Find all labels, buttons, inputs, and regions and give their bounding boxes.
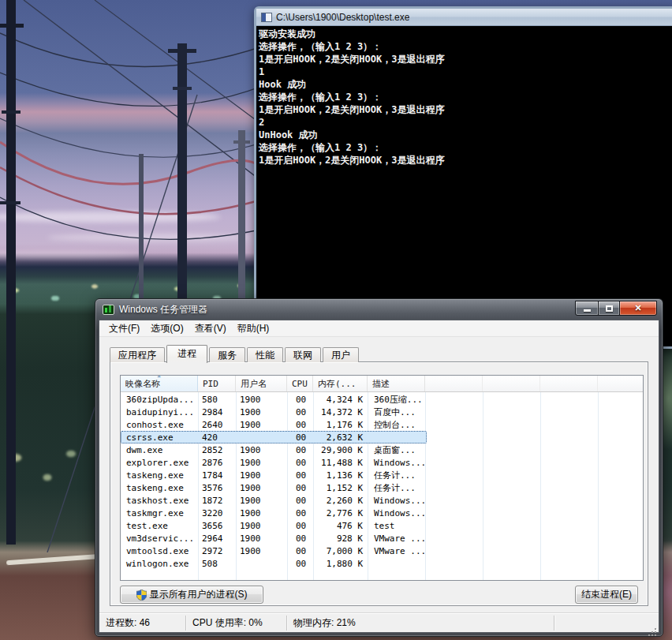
process-row-csrssexe[interactable]: csrss.exe420002,632 K [121, 431, 427, 444]
cell-pid: 2972 [199, 546, 237, 556]
console-window[interactable]: C:\Users\1900\Desktop\test.exe 驱动安装成功选择操… [254, 6, 672, 349]
maximize-button[interactable] [598, 301, 620, 316]
column-header-label: CPU [292, 379, 308, 389]
show-all-users-button[interactable]: 显示所有用户的进程(S) [120, 586, 263, 604]
tab-strip: 应用程序进程服务性能联网用户 [110, 344, 360, 362]
resize-grip-icon[interactable] [648, 621, 657, 631]
process-row-winlogonexe[interactable]: winlogon.exe508001,880 K [121, 557, 427, 570]
tab-processes[interactable]: 进程 [166, 345, 207, 363]
cell-user-name: 1900 [237, 458, 288, 468]
menu-options[interactable]: 选项(O) [145, 320, 189, 337]
console-line: UnHook 成功 [259, 129, 672, 141]
cell-user-name: 1900 [237, 445, 288, 455]
column-header-cpu[interactable]: CPU [287, 376, 313, 391]
status-bar: 进程数: 46 CPU 使用率: 0% 物理内存: 21% [99, 612, 659, 632]
console-line: 1是开启HOOK，2是关闭HOOK，3是退出程序 [259, 53, 672, 65]
cell-pid: 580 [199, 395, 237, 405]
end-process-button[interactable]: 结束进程(E) [575, 586, 638, 604]
menu-view[interactable]: 查看(V) [189, 320, 232, 337]
column-header-empty [540, 376, 598, 391]
cell-pid: 2876 [199, 458, 237, 468]
cell-cpu: 00 [288, 546, 314, 556]
process-row-taskmgrexe[interactable]: taskmgr.exe32201900002,776 KWindows... [121, 507, 427, 519]
cell-image-name: 360zipUpda... [121, 395, 199, 405]
cell-user-name: 1900 [237, 521, 288, 531]
cell-pid: 3576 [199, 483, 237, 493]
column-header-memory[interactable]: 内存(... [313, 376, 368, 391]
close-button[interactable]: ✕ [619, 301, 657, 316]
tab-services[interactable]: 服务 [209, 347, 245, 362]
cell-description: 任务计... [368, 482, 426, 494]
cell-description: test [368, 521, 426, 531]
taskmgr-body: 文件(F)选项(O)查看(V)帮助(H) 应用程序进程服务性能联网用户 映像名称… [99, 320, 659, 633]
console-line: 选择操作，（输入1 2 3）： [259, 141, 672, 154]
menu-help[interactable]: 帮助(H) [232, 320, 275, 337]
cell-cpu: 00 [288, 533, 314, 544]
cell-memory: 928 K [314, 533, 368, 544]
taskmgr-titlebar[interactable]: Windows 任务管理器 ✕ [95, 299, 663, 320]
cell-memory: 2,632 K [314, 432, 368, 443]
cell-image-name: baidupinyi... [121, 407, 199, 417]
button-row: 显示所有用户的进程(S) 结束进程(E) [120, 586, 641, 604]
process-table[interactable]: 映像名称▲PID用户名CPU内存(...描述 360zipUpda...5801… [120, 375, 644, 581]
table-header-row: 映像名称▲PID用户名CPU内存(...描述 [121, 376, 643, 392]
process-row-baidupinyi[interactable]: baidupinyi...298419000014,372 K百度中... [121, 406, 427, 418]
cell-description: VMware ... [368, 546, 426, 556]
column-header-empty [425, 376, 483, 391]
process-row-vm3dservic[interactable]: vm3dservic...2964190000928 KVMware ... [121, 532, 427, 545]
taskmgr-window[interactable]: Windows 任务管理器 ✕ 文件(F)选项(O)查看(V)帮助(H) 应用程… [95, 298, 663, 637]
cell-memory: 2,260 K [314, 496, 368, 506]
cell-description: Windows... [368, 508, 426, 518]
column-header-description[interactable]: 描述 [368, 376, 425, 391]
cell-cpu: 00 [288, 470, 314, 481]
column-header-label: 用户名 [241, 378, 267, 390]
process-row-taskengexe[interactable]: taskeng.exe17841900001,136 K任务计... [121, 469, 427, 481]
process-row-dwmexe[interactable]: dwm.exe285219000029,900 K桌面窗... [121, 444, 427, 456]
cell-user-name: 1900 [237, 407, 288, 417]
cell-cpu: 00 [288, 496, 314, 506]
console-line: 1是开启HOOK，2是关闭HOOK，3是退出程序 [259, 103, 672, 116]
cell-description: 百度中... [368, 406, 426, 418]
cell-cpu: 00 [288, 559, 314, 569]
cell-user-name: 1900 [237, 508, 288, 518]
cell-image-name: winlogon.exe [121, 559, 199, 569]
process-row-taskhostexe[interactable]: taskhost.exe18721900002,260 KWindows... [121, 494, 427, 507]
tab-networking[interactable]: 联网 [285, 347, 321, 362]
cell-memory: 14,372 K [314, 407, 368, 417]
tab-users[interactable]: 用户 [323, 347, 359, 362]
process-row-testexe[interactable]: test.exe3656190000476 Ktest [121, 519, 427, 532]
cell-cpu: 00 [288, 483, 314, 493]
column-header-user-name[interactable]: 用户名 [236, 376, 287, 391]
column-header-pid[interactable]: PID [198, 376, 236, 391]
console-titlebar[interactable]: C:\Users\1900\Desktop\test.exe [256, 9, 672, 26]
column-header-image-name[interactable]: 映像名称▲ [121, 376, 198, 391]
cell-cpu: 00 [288, 420, 314, 430]
cell-memory: 11,488 K [314, 458, 368, 468]
tab-performance[interactable]: 性能 [247, 347, 283, 362]
cell-memory: 1,176 K [314, 420, 368, 430]
process-row-explorerexe[interactable]: explorer.exe287619000011,488 KWindows... [121, 456, 427, 469]
cell-memory: 1,136 K [314, 470, 368, 481]
cell-description: VMware ... [368, 533, 426, 544]
cell-pid: 1784 [199, 470, 237, 481]
cell-memory: 1,880 K [314, 559, 368, 569]
taskmgr-window-title: Windows 任务管理器 [119, 303, 207, 316]
end-process-label: 结束进程(E) [581, 588, 632, 601]
process-row-vmtoolsdexe[interactable]: vmtoolsd.exe29721900007,000 KVMware ... [121, 545, 427, 557]
process-row-taskengexe[interactable]: taskeng.exe35761900001,152 K任务计... [121, 481, 427, 494]
cell-image-name: taskhost.exe [121, 496, 199, 506]
process-row-conhostexe[interactable]: conhost.exe26401900001,176 K控制台... [121, 418, 427, 431]
minimize-icon [584, 309, 591, 312]
minimize-button[interactable] [575, 301, 599, 316]
cell-image-name: vmtoolsd.exe [121, 546, 199, 556]
cell-image-name: conhost.exe [121, 420, 199, 430]
cell-cpu: 00 [288, 395, 314, 405]
cell-user-name: 1900 [237, 483, 288, 493]
status-process-count: 进程数: 46 [99, 616, 186, 631]
tab-applications[interactable]: 应用程序 [110, 347, 165, 362]
cell-memory: 1,152 K [314, 483, 368, 493]
cell-memory: 29,900 K [314, 445, 368, 455]
menu-file[interactable]: 文件(F) [103, 320, 145, 337]
console-line: 2 [259, 116, 672, 129]
process-row-360zipupda[interactable]: 360zipUpda...5801900004,324 K360压缩... [121, 393, 427, 406]
